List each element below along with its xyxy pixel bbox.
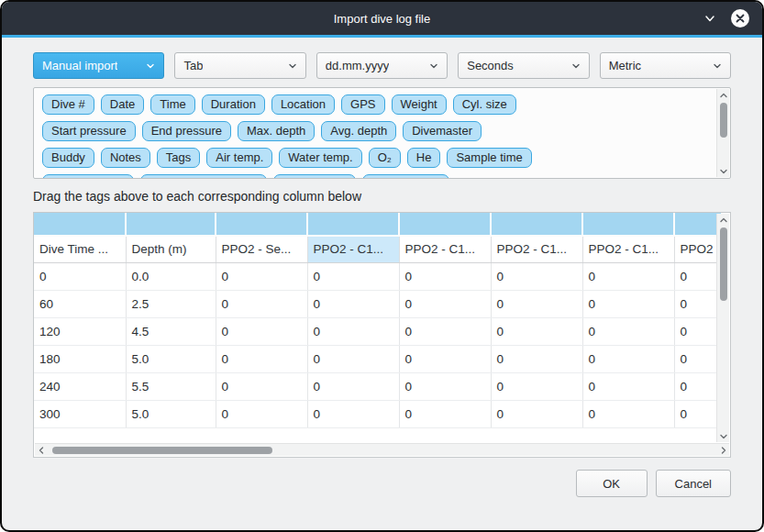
table-cell: 0 [674, 317, 722, 345]
tag-gps[interactable]: GPS [341, 94, 384, 115]
tag-sample-cns[interactable]: Sample CNS [362, 174, 449, 179]
tag-cyl-size[interactable]: Cyl. size [453, 94, 516, 115]
column-drop-target[interactable] [491, 213, 582, 236]
chevron-down-icon [571, 61, 581, 71]
import-mode-combo-value: Manual import [42, 59, 117, 72]
column-drop-target[interactable] [126, 213, 216, 236]
table-row: 2405.5000000 [34, 372, 722, 400]
tag-sample-temperature[interactable]: Sample temperature [140, 174, 267, 179]
tag-o[interactable]: O₂ [369, 148, 401, 168]
tag-buddy[interactable]: Buddy [42, 148, 94, 168]
tags-vertical-scrollbar[interactable] [716, 89, 729, 177]
toolbar: Manual importTabdd.mm.yyyySecondsMetric [33, 52, 731, 79]
table-cell: 0 [216, 345, 307, 372]
units-combo-value: Metric [609, 59, 641, 72]
column-drop-target[interactable] [674, 213, 722, 236]
import-dialog-window: Import dive log file Manual importTabdd.… [0, 0, 764, 532]
tag-start-pressure[interactable]: Start pressure [42, 121, 136, 141]
scroll-down-icon[interactable] [717, 165, 729, 177]
tag-dive[interactable]: Dive # [42, 94, 94, 115]
tag-end-pressure[interactable]: End pressure [142, 121, 231, 141]
date-format-combo[interactable]: dd.mm.yyyy [316, 52, 448, 79]
tag-time[interactable]: Time [150, 94, 194, 115]
column-drop-target[interactable] [34, 213, 126, 236]
table-row: 3005.0000000 [34, 400, 722, 427]
scroll-down-icon[interactable] [717, 430, 729, 442]
column-drop-target[interactable] [399, 213, 491, 236]
column-header: PPO2 - C1... [582, 236, 674, 262]
tag-date[interactable]: Date [101, 94, 144, 115]
tag-sample-time[interactable]: Sample time [447, 148, 531, 168]
table-vertical-scrollbar[interactable] [716, 214, 729, 442]
table-horizontal-scrollbar[interactable] [35, 443, 729, 456]
close-icon[interactable] [731, 9, 749, 28]
import-mode-combo[interactable]: Manual import [33, 52, 164, 79]
table-row: 602.5000000 [34, 290, 722, 317]
ok-button[interactable]: OK [576, 470, 648, 497]
column-drop-target[interactable] [582, 213, 674, 236]
table-vscroll-track[interactable] [717, 226, 729, 430]
date-format-combo-value: dd.mm.yyyy [326, 59, 389, 72]
column-drop-target[interactable] [307, 213, 399, 236]
table-cell: 120 [34, 317, 126, 345]
scroll-right-icon[interactable] [717, 444, 729, 457]
table-cell: 0 [307, 345, 399, 372]
tag-duration[interactable]: Duration [202, 94, 265, 115]
tags-panel: Dive #DateTimeDurationLocationGPSWeightC… [33, 87, 731, 179]
table-vscroll-thumb[interactable] [720, 227, 727, 301]
column-drop-target[interactable] [216, 213, 307, 236]
table-cell: 0 [216, 290, 307, 317]
drop-target-row [34, 213, 722, 236]
table-cell: 0 [582, 317, 674, 345]
table-cell: 0 [399, 372, 491, 400]
tag-avg-depth[interactable]: Avg. depth [321, 121, 396, 141]
table-header-row: Dive Time ...Depth (m)PPO2 - Se...PPO2 -… [34, 236, 722, 262]
field-separator-combo[interactable]: Tab [174, 52, 305, 79]
table-cell: 5.0 [126, 400, 216, 427]
table-hscroll-thumb[interactable] [52, 447, 272, 454]
table-cell: 0 [399, 345, 491, 372]
tag-divemaster[interactable]: Divemaster [403, 121, 482, 141]
column-header: Dive Time ... [34, 236, 126, 262]
titlebar[interactable]: Import dive log file [2, 2, 762, 35]
import-table-panel: Dive Time ...Depth (m)PPO2 - Se...PPO2 -… [33, 212, 731, 458]
table-cell: 0.0 [126, 262, 216, 290]
tag-notes[interactable]: Notes [101, 148, 150, 168]
tag-max-depth[interactable]: Max. depth [238, 121, 315, 141]
table-cell: 5.0 [126, 345, 216, 372]
table-cell: 0 [582, 345, 674, 372]
table-cell: 4.5 [126, 317, 216, 345]
tag-tags[interactable]: Tags [157, 148, 200, 168]
tag-he[interactable]: He [407, 148, 441, 168]
dialog-footer: OK Cancel [33, 470, 731, 497]
column-header: PPO2 - Se... [216, 236, 307, 262]
window-title: Import dive log file [2, 12, 762, 26]
tags-scroll-track[interactable] [717, 101, 729, 165]
tag-location[interactable]: Location [271, 94, 335, 115]
table-cell: 0 [399, 400, 491, 427]
tag-sample-po[interactable]: Sample pO₂ [273, 174, 356, 179]
table-cell: 5.5 [126, 372, 216, 400]
tags-scroll-thumb[interactable] [720, 103, 727, 138]
time-format-combo[interactable]: Seconds [458, 52, 589, 79]
table-cell: 0 [307, 290, 399, 317]
table-cell: 0 [307, 400, 399, 427]
scroll-up-icon[interactable] [717, 89, 729, 101]
table-cell: 0 [674, 290, 722, 317]
table-cell: 0 [491, 317, 582, 345]
units-combo[interactable]: Metric [600, 52, 731, 79]
table-cell: 2.5 [126, 290, 216, 317]
table-cell: 0 [582, 290, 674, 317]
tag-water-temp[interactable]: Water temp. [279, 148, 361, 168]
titlebar-icons [703, 9, 762, 28]
tag-air-temp[interactable]: Air temp. [206, 148, 272, 168]
tag-weight[interactable]: Weight [392, 94, 447, 115]
scroll-up-icon[interactable] [717, 214, 729, 226]
table-hscroll-track[interactable] [47, 444, 717, 456]
cancel-button[interactable]: Cancel [656, 470, 731, 497]
table-body: 00.0000000602.50000001204.50000001805.00… [34, 262, 722, 427]
titlebar-chevron-down-icon[interactable] [703, 12, 716, 25]
tag-row: Dive #DateTimeDurationLocationGPSWeightC… [42, 94, 722, 115]
tag-sample-depth[interactable]: Sample depth [42, 174, 134, 179]
scroll-left-icon[interactable] [35, 444, 47, 457]
